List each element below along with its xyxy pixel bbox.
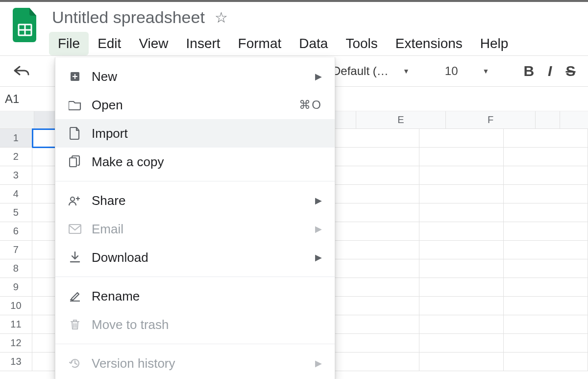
menu-item-email: Email ▶ xyxy=(55,215,335,243)
cell[interactable] xyxy=(419,203,504,222)
italic-button[interactable]: I xyxy=(548,63,552,79)
menu-edit[interactable]: Edit xyxy=(89,32,130,55)
cell[interactable] xyxy=(419,222,504,241)
cell[interactable] xyxy=(335,185,419,203)
menu-help[interactable]: Help xyxy=(471,32,517,55)
row-header[interactable]: 8 xyxy=(0,259,32,278)
cell[interactable] xyxy=(335,148,419,166)
row-header[interactable]: 1 xyxy=(0,129,32,148)
menu-separator xyxy=(55,344,335,344)
menu-item-make-copy[interactable]: Make a copy xyxy=(55,148,335,176)
row-header[interactable]: 5 xyxy=(0,203,32,222)
col-header-more[interactable] xyxy=(536,111,560,128)
cell[interactable] xyxy=(419,185,504,203)
col-header-E[interactable]: E xyxy=(356,111,446,128)
menu-extensions[interactable]: Extensions xyxy=(387,32,471,55)
row-header[interactable]: 12 xyxy=(0,334,32,353)
cell[interactable] xyxy=(504,353,588,371)
menu-item-share[interactable]: Share ▶ xyxy=(55,186,335,215)
cell[interactable] xyxy=(419,129,504,148)
row-header[interactable]: 4 xyxy=(0,185,32,203)
menu-data[interactable]: Data xyxy=(290,32,337,55)
menu-separator xyxy=(55,181,335,181)
menu-item-new[interactable]: New ▶ xyxy=(55,62,335,91)
row-header[interactable]: 3 xyxy=(0,166,32,185)
bold-button[interactable]: B xyxy=(523,63,534,79)
folder-icon xyxy=(68,100,82,110)
submenu-arrow-icon: ▶ xyxy=(315,224,322,234)
undo-button[interactable] xyxy=(13,65,29,77)
menu-item-import[interactable]: Import xyxy=(55,119,335,148)
cell[interactable] xyxy=(335,334,419,353)
menu-item-open[interactable]: Open ⌘O xyxy=(55,91,335,119)
cell[interactable] xyxy=(419,278,504,297)
cell[interactable] xyxy=(335,222,419,241)
cell[interactable] xyxy=(504,148,588,166)
cell[interactable] xyxy=(335,129,419,148)
cell[interactable] xyxy=(504,259,588,278)
sheets-logo-icon[interactable] xyxy=(13,8,38,42)
cell[interactable] xyxy=(504,129,588,148)
cell[interactable] xyxy=(335,203,419,222)
row-header[interactable]: 11 xyxy=(0,315,32,334)
document-icon xyxy=(68,127,82,140)
menu-view[interactable]: View xyxy=(130,32,177,55)
menu-tools[interactable]: Tools xyxy=(337,32,386,55)
menu-file[interactable]: File xyxy=(49,32,89,55)
cell[interactable] xyxy=(419,166,504,185)
trash-icon xyxy=(68,319,82,330)
menu-separator xyxy=(55,277,335,277)
svg-rect-6 xyxy=(69,225,81,233)
file-menu-dropdown: New ▶ Open ⌘O Import Make a copy Share ▶… xyxy=(55,57,335,379)
cell[interactable] xyxy=(335,315,419,334)
cell[interactable] xyxy=(504,297,588,315)
name-box[interactable]: A1 xyxy=(3,92,19,106)
cell[interactable] xyxy=(419,353,504,371)
cell[interactable] xyxy=(335,241,419,259)
font-size-select[interactable]: 10 ▼ xyxy=(445,64,490,78)
caret-down-icon: ▼ xyxy=(403,67,410,75)
cell[interactable] xyxy=(419,297,504,315)
cell[interactable] xyxy=(419,334,504,353)
row-header[interactable]: 7 xyxy=(0,241,32,259)
cell[interactable] xyxy=(335,297,419,315)
cell[interactable] xyxy=(335,259,419,278)
cell[interactable] xyxy=(419,148,504,166)
cell[interactable] xyxy=(504,203,588,222)
select-all-corner[interactable] xyxy=(0,111,34,128)
star-icon[interactable]: ☆ xyxy=(215,9,228,26)
cell[interactable] xyxy=(504,334,588,353)
cell[interactable] xyxy=(335,353,419,371)
row-header[interactable]: 9 xyxy=(0,278,32,297)
menu-item-rename[interactable]: Rename xyxy=(55,282,335,310)
copy-icon xyxy=(68,155,82,168)
doc-title[interactable]: Untitled spreadsheet xyxy=(52,8,205,27)
submenu-arrow-icon: ▶ xyxy=(315,71,322,82)
submenu-arrow-icon: ▶ xyxy=(315,358,322,369)
row-header[interactable]: 6 xyxy=(0,222,32,241)
cell[interactable] xyxy=(335,166,419,185)
menu-item-download[interactable]: Download ▶ xyxy=(55,243,335,272)
col-header-F[interactable]: F xyxy=(446,111,536,128)
cell[interactable] xyxy=(504,315,588,334)
cell[interactable] xyxy=(504,185,588,203)
row-header[interactable]: 13 xyxy=(0,353,32,371)
new-sheet-icon xyxy=(68,71,82,82)
row-header[interactable]: 10 xyxy=(0,297,32,315)
font-family-select[interactable]: Default (Ari… ▼ xyxy=(332,64,410,78)
row-header[interactable]: 2 xyxy=(0,148,32,166)
cell[interactable] xyxy=(419,315,504,334)
menu-insert[interactable]: Insert xyxy=(177,32,229,55)
strikethrough-button[interactable]: S xyxy=(565,63,575,79)
cell[interactable] xyxy=(335,278,419,297)
cell[interactable] xyxy=(419,241,504,259)
rename-icon xyxy=(68,291,82,302)
menu-item-move-to-trash: Move to trash xyxy=(55,310,335,339)
menu-format[interactable]: Format xyxy=(229,32,291,55)
cell[interactable] xyxy=(504,166,588,185)
caret-down-icon: ▼ xyxy=(483,67,490,75)
cell[interactable] xyxy=(504,278,588,297)
cell[interactable] xyxy=(504,241,588,259)
cell[interactable] xyxy=(419,259,504,278)
cell[interactable] xyxy=(504,222,588,241)
